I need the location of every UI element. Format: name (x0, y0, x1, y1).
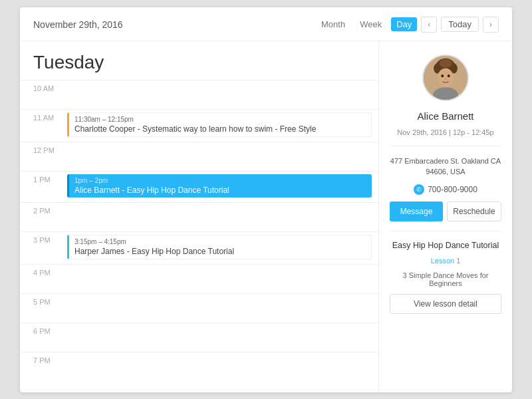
event-alice[interactable]: 1pm – 2pm Alice Barnett - Easy Hip Hop D… (67, 174, 372, 198)
sidebar-phone: ✆ 700-800-9000 (414, 184, 477, 195)
event-harper-time: 3:15pm – 4:15pm (74, 238, 366, 245)
avatar-image (424, 55, 467, 101)
month-view-btn[interactable]: Month (316, 17, 350, 31)
time-label-2pm: 2 PM (20, 203, 63, 215)
event-harper-title: Harper James - Easy Hip Hop Dance Tutori… (74, 247, 366, 256)
event-alice-title: Alice Barnett - Easy Hip Hop Dance Tutor… (74, 186, 366, 195)
day-view-btn[interactable]: Day (391, 17, 417, 31)
lesson-desc: 3 Simple Dance Moves for Beginners (390, 271, 501, 287)
day-title: Tuesday (20, 41, 378, 80)
time-content-11am: 11:30am – 12:15pm Charlotte Cooper - Sys… (63, 110, 378, 142)
time-content-4pm (63, 265, 378, 270)
time-label-10am: 10 AM (20, 80, 63, 92)
time-label-1pm: 1 PM (20, 172, 63, 184)
nav-next-btn[interactable]: › (483, 17, 499, 33)
week-view-btn[interactable]: Week (354, 17, 387, 31)
time-label-5pm: 5 PM (20, 294, 63, 306)
time-slot-12pm: 12 PM (20, 142, 378, 171)
lesson-number: Lesson 1 (431, 257, 461, 265)
time-label-6pm: 6 PM (20, 323, 63, 335)
lesson-title: Easy Hip Hop Dance Tutorial (392, 241, 499, 250)
time-content-3pm: 3:15pm – 4:15pm Harper James - Easy Hip … (63, 232, 378, 264)
time-content-5pm (63, 294, 378, 299)
time-content-2pm (63, 203, 378, 208)
time-label-11am: 11 AM (20, 110, 63, 122)
event-charlotte[interactable]: 11:30am – 12:15pm Charlotte Cooper - Sys… (67, 112, 372, 137)
time-slot-5pm: 5 PM (20, 293, 378, 323)
event-alice-time: 1pm – 2pm (74, 177, 366, 184)
svg-point-5 (440, 59, 452, 67)
svg-point-7 (441, 74, 444, 77)
sidebar-appointment-date: Nov 29th, 2016 | 12p - 12:45p (397, 128, 493, 136)
sidebar-phone-number: 700-800-9000 (428, 185, 477, 194)
time-slot-11am: 11 AM 11:30am – 12:15pm Charlotte Cooper… (20, 109, 378, 142)
message-button[interactable]: Message (390, 201, 443, 221)
header-controls: Month Week Day ‹ Today › (316, 17, 499, 33)
sidebar-divider-2 (390, 231, 501, 231)
calendar-header: November 29th, 2016 Month Week Day ‹ Tod… (20, 7, 512, 41)
sidebar: Alice Barnett Nov 29th, 2016 | 12p - 12:… (379, 41, 512, 392)
header-date: November 29th, 2016 (33, 19, 123, 30)
sidebar-divider-1 (390, 146, 501, 146)
avatar (422, 55, 469, 101)
time-slot-7pm: 7 PM (20, 352, 378, 381)
event-harper[interactable]: 3:15pm – 4:15pm Harper James - Easy Hip … (67, 235, 372, 259)
time-content-7pm (63, 352, 378, 358)
sidebar-address-line1: 477 Embarcadero St. Oakland CA (390, 157, 501, 165)
time-content-12pm (63, 142, 378, 148)
time-content-10am (63, 80, 378, 86)
sidebar-address-line2: 94606, USA (426, 168, 465, 176)
event-charlotte-title: Charlotte Cooper - Systematic way to lea… (74, 124, 366, 134)
svg-point-9 (445, 78, 447, 79)
svg-point-8 (448, 74, 450, 77)
time-label-4pm: 4 PM (20, 265, 63, 277)
time-slot-4pm: 4 PM (20, 264, 378, 293)
time-slot-1pm: 1 PM 1pm – 2pm Alice Barnett - Easy Hip … (20, 171, 378, 202)
reschedule-button[interactable]: Reschedule (447, 201, 501, 221)
today-btn[interactable]: Today (441, 17, 479, 32)
time-slots-container[interactable]: 10 AM 11 AM 11:30am – 12:15pm Charlotte … (20, 80, 378, 392)
time-label-12pm: 12 PM (20, 142, 63, 154)
sidebar-user-name: Alice Barnett (417, 110, 473, 122)
calendar-main: Tuesday 10 AM 11 AM 11:30am – 12:15pm (20, 41, 379, 392)
sidebar-actions: Message Reschedule (390, 201, 501, 221)
view-lesson-button[interactable]: View lesson detail (390, 294, 501, 314)
time-content-6pm (63, 323, 378, 329)
event-charlotte-time: 11:30am – 12:15pm (74, 116, 366, 123)
nav-prev-btn[interactable]: ‹ (421, 17, 437, 33)
time-label-7pm: 7 PM (20, 352, 63, 364)
time-label-3pm: 3 PM (20, 232, 63, 244)
time-slot-2pm: 2 PM (20, 202, 378, 231)
phone-icon: ✆ (414, 184, 424, 195)
calendar-body: Tuesday 10 AM 11 AM 11:30am – 12:15pm (20, 41, 512, 392)
time-slot-3pm: 3 PM 3:15pm – 4:15pm Harper James - Easy… (20, 231, 378, 264)
svg-point-6 (438, 68, 454, 86)
sidebar-address: 477 Embarcadero St. Oakland CA 94606, US… (390, 156, 501, 178)
time-slot-6pm: 6 PM (20, 323, 378, 352)
time-slot-10am: 10 AM (20, 80, 378, 109)
time-content-1pm: 1pm – 2pm Alice Barnett - Easy Hip Hop D… (63, 172, 378, 202)
